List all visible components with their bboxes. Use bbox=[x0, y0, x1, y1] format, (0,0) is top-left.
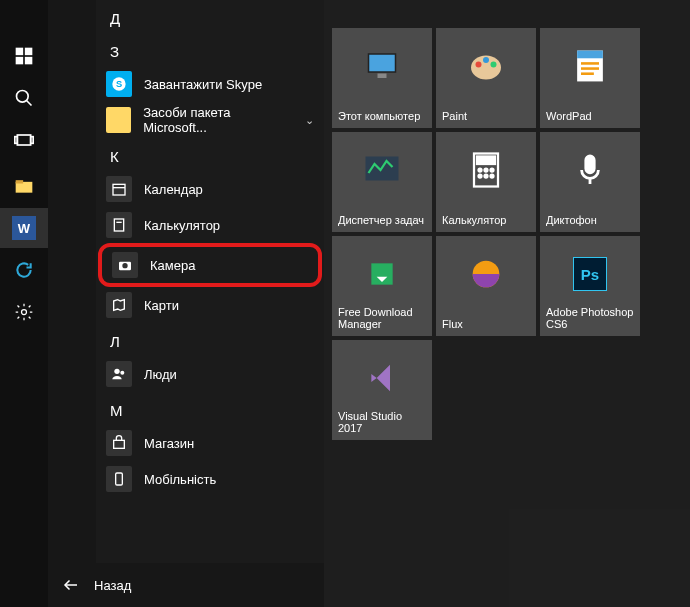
app-maps[interactable]: Карти bbox=[96, 287, 324, 323]
svg-rect-2 bbox=[16, 57, 24, 65]
mobile-icon bbox=[106, 466, 132, 492]
back-button[interactable]: Назад bbox=[48, 563, 324, 607]
letter-l[interactable]: Л bbox=[96, 323, 324, 356]
flux-icon bbox=[468, 256, 504, 292]
tile-taskmgr[interactable]: Диспетчер задач bbox=[332, 132, 432, 232]
pc-icon bbox=[364, 48, 400, 84]
taskview-button[interactable] bbox=[0, 120, 48, 160]
start-menu: Д З S Завантажити Skype Засоби пакета Mi… bbox=[48, 0, 690, 607]
svg-point-29 bbox=[476, 62, 482, 68]
tile-label: Paint bbox=[442, 110, 530, 122]
letter-z[interactable]: З bbox=[96, 33, 324, 66]
svg-point-41 bbox=[485, 169, 488, 172]
tile-flux[interactable]: Flux bbox=[436, 236, 536, 336]
refresh-taskbar-icon[interactable] bbox=[0, 250, 48, 290]
tiles-grid: Этот компьютер Paint WordPad Диспетчер з… bbox=[324, 0, 690, 607]
app-label: Засоби пакета Microsoft... bbox=[143, 105, 293, 135]
svg-point-30 bbox=[483, 57, 489, 63]
tile-photoshop[interactable]: Ps Adobe Photoshop CS6 bbox=[540, 236, 640, 336]
tile-label: Диспетчер задач bbox=[338, 214, 426, 226]
tile-calc[interactable]: Калькулятор bbox=[436, 132, 536, 232]
mic-icon bbox=[572, 152, 608, 188]
skype-icon: S bbox=[106, 71, 132, 97]
tile-wordpad[interactable]: WordPad bbox=[540, 28, 640, 128]
tile-label: Adobe Photoshop CS6 bbox=[546, 306, 634, 330]
svg-rect-10 bbox=[16, 180, 24, 183]
svg-rect-3 bbox=[25, 57, 33, 65]
start-button[interactable] bbox=[0, 36, 48, 76]
maps-icon bbox=[106, 292, 132, 318]
apps-list[interactable]: Д З S Завантажити Skype Засоби пакета Mi… bbox=[96, 0, 324, 563]
chevron-down-icon: ⌄ bbox=[305, 114, 314, 127]
app-store[interactable]: Магазин bbox=[96, 425, 324, 461]
svg-point-19 bbox=[122, 263, 127, 268]
folder-icon bbox=[106, 107, 131, 133]
svg-point-42 bbox=[491, 169, 494, 172]
taskmgr-icon bbox=[364, 152, 400, 188]
svg-point-43 bbox=[479, 175, 482, 178]
arrow-left-icon bbox=[62, 576, 80, 594]
camera-icon bbox=[112, 252, 138, 278]
tile-this-pc[interactable]: Этот компьютер bbox=[332, 28, 432, 128]
app-label: Мобільність bbox=[144, 472, 216, 487]
word-taskbar-icon[interactable]: W bbox=[0, 208, 48, 248]
explorer-taskbar-icon[interactable] bbox=[0, 166, 48, 206]
app-calculator[interactable]: Калькулятор bbox=[96, 207, 324, 243]
svg-marker-20 bbox=[114, 300, 125, 311]
svg-point-4 bbox=[17, 91, 29, 103]
svg-rect-1 bbox=[25, 48, 33, 56]
svg-point-45 bbox=[491, 175, 494, 178]
app-label: Люди bbox=[144, 367, 177, 382]
tile-label: Калькулятор bbox=[442, 214, 530, 226]
svg-point-44 bbox=[485, 175, 488, 178]
svg-rect-8 bbox=[31, 137, 33, 144]
svg-point-40 bbox=[479, 169, 482, 172]
ps-icon: Ps bbox=[572, 256, 608, 292]
app-mobility[interactable]: Мобільність bbox=[96, 461, 324, 497]
store-icon bbox=[106, 430, 132, 456]
svg-rect-33 bbox=[577, 51, 603, 59]
settings-taskbar-icon[interactable] bbox=[0, 292, 48, 332]
app-skype[interactable]: S Завантажити Skype bbox=[96, 66, 324, 102]
svg-rect-7 bbox=[15, 137, 18, 144]
app-camera[interactable]: Камера bbox=[98, 243, 322, 287]
fdm-icon bbox=[364, 256, 400, 292]
tile-vs[interactable]: Visual Studio 2017 bbox=[332, 340, 432, 440]
rail bbox=[48, 0, 96, 563]
app-label: Камера bbox=[150, 258, 195, 273]
svg-rect-6 bbox=[17, 135, 30, 145]
svg-rect-14 bbox=[113, 184, 125, 195]
app-label: Калькулятор bbox=[144, 218, 220, 233]
svg-point-31 bbox=[491, 62, 497, 68]
svg-point-22 bbox=[120, 371, 124, 375]
app-people[interactable]: Люди bbox=[96, 356, 324, 392]
tile-label: Flux bbox=[442, 318, 530, 330]
letter-d[interactable]: Д bbox=[96, 0, 324, 33]
tile-paint[interactable]: Paint bbox=[436, 28, 536, 128]
calendar-icon bbox=[106, 176, 132, 202]
search-button[interactable] bbox=[0, 78, 48, 118]
app-label: Завантажити Skype bbox=[144, 77, 262, 92]
app-calendar[interactable]: Календар bbox=[96, 171, 324, 207]
calculator-icon bbox=[106, 212, 132, 238]
tile-label: Free Download Manager bbox=[338, 306, 426, 330]
tile-label: Visual Studio 2017 bbox=[338, 410, 426, 434]
app-label: Магазин bbox=[144, 436, 194, 451]
svg-rect-27 bbox=[378, 74, 387, 79]
letter-m[interactable]: М bbox=[96, 392, 324, 425]
svg-point-21 bbox=[114, 369, 119, 374]
svg-rect-23 bbox=[114, 440, 125, 448]
tile-mic[interactable]: Диктофон bbox=[540, 132, 640, 232]
tile-label: Этот компьютер bbox=[338, 110, 426, 122]
wordpad-icon bbox=[572, 48, 608, 84]
app-ms-tools[interactable]: Засоби пакета Microsoft... ⌄ bbox=[96, 102, 324, 138]
letter-k[interactable]: К bbox=[96, 138, 324, 171]
tile-label: WordPad bbox=[546, 110, 634, 122]
tile-fdm[interactable]: Free Download Manager bbox=[332, 236, 432, 336]
svg-text:S: S bbox=[116, 79, 122, 89]
app-label: Календар bbox=[144, 182, 203, 197]
svg-rect-26 bbox=[369, 54, 396, 72]
app-label: Карти bbox=[144, 298, 179, 313]
vs-icon bbox=[364, 360, 400, 396]
svg-rect-0 bbox=[16, 48, 24, 56]
